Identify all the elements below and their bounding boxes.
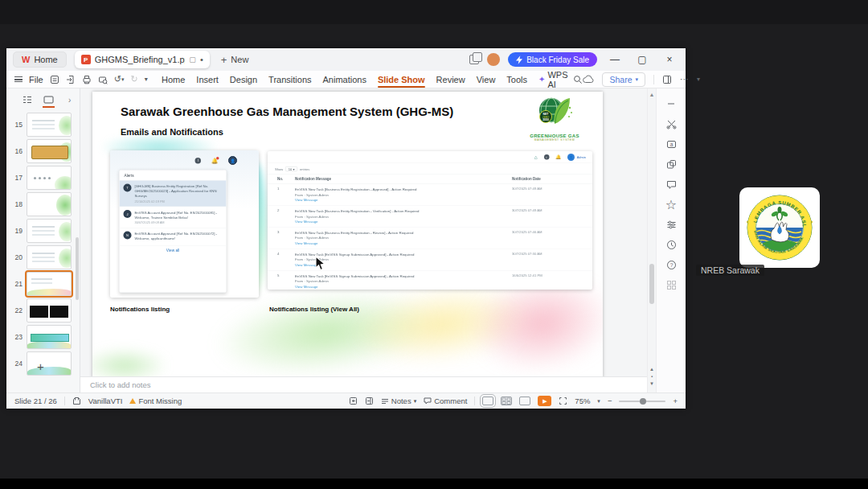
notes-toggle[interactable]: Notes ▾ <box>381 397 416 405</box>
font-missing-warning[interactable]: Font Missing <box>129 397 182 405</box>
export-icon[interactable] <box>66 75 76 84</box>
slide-thumbnail-row[interactable]: 16 <box>6 139 80 163</box>
zoom-value[interactable]: 75% <box>575 397 590 405</box>
collapse-ribbon-icon[interactable]: ▾ <box>697 76 700 83</box>
slide-thumbnail-row[interactable]: 20 <box>6 245 80 269</box>
print-preview-icon[interactable] <box>98 75 108 84</box>
slide-thumbnail[interactable] <box>27 245 72 269</box>
tab-preview-icon[interactable]: ▢ <box>189 55 196 64</box>
slide-thumbnail[interactable] <box>27 166 72 190</box>
add-slide-button[interactable]: + <box>37 360 44 373</box>
panel-scrollbar[interactable] <box>76 237 79 300</box>
minimize-button[interactable]: — <box>605 54 624 65</box>
zoom-caret-icon[interactable]: ▾ <box>597 398 600 405</box>
find-replace-icon[interactable]: a <box>665 138 677 150</box>
zoom-in-button[interactable]: + <box>673 397 678 405</box>
print-icon[interactable] <box>82 75 92 84</box>
search-icon[interactable] <box>573 75 583 84</box>
menu-review[interactable]: Review <box>431 75 471 84</box>
comment-button[interactable]: Comment <box>424 397 467 405</box>
share-button[interactable]: Share ▾ <box>602 72 645 87</box>
menu-view[interactable]: View <box>471 75 502 84</box>
wps-home-tab[interactable]: W Home <box>13 51 67 68</box>
scrollbar-thumb[interactable] <box>649 264 654 304</box>
settings-sliders-icon[interactable] <box>665 219 677 230</box>
notes-input[interactable]: Click to add notes <box>80 376 647 392</box>
slide-view-icon[interactable] <box>43 96 54 104</box>
quick-access-more-icon[interactable]: ▾ <box>145 76 148 83</box>
cloud-sync-icon[interactable] <box>583 75 594 84</box>
slide-sorter-view-button[interactable] <box>501 397 512 405</box>
black-friday-sale-button[interactable]: Black Friday Sale <box>508 52 597 67</box>
new-tab-button[interactable]: + New <box>221 54 249 66</box>
slide-thumbnail-row[interactable]: 22 <box>6 298 80 323</box>
menu-home[interactable]: Home <box>156 75 190 84</box>
save-icon[interactable] <box>50 75 59 84</box>
task-window-icon[interactable] <box>349 397 358 405</box>
reading-view-button[interactable] <box>519 397 530 405</box>
history-clock-icon[interactable] <box>665 239 677 250</box>
apps-grid-icon[interactable] <box>665 279 677 290</box>
slide-thumbnail-row[interactable]: 18 <box>6 192 80 216</box>
slide-thumbnail[interactable] <box>27 219 72 243</box>
menu-design[interactable]: Design <box>224 75 263 84</box>
comment-icon[interactable] <box>665 179 677 190</box>
theme-name[interactable]: VanillaVTI <box>88 397 123 405</box>
slide-counter: Slide 21 / 26 <box>14 397 57 405</box>
message-from: From : System Admin <box>295 192 329 196</box>
fit-slide-icon[interactable] <box>559 397 567 405</box>
close-button[interactable]: × <box>660 54 679 65</box>
normal-view-button[interactable] <box>482 397 493 405</box>
tab-list-icon[interactable] <box>469 55 479 64</box>
wps-ai-menu[interactable]: ✦ WPS AI <box>533 70 573 89</box>
panel-layout-icon[interactable] <box>662 75 672 84</box>
star-favorites-icon[interactable]: ☆ <box>665 199 677 210</box>
hamburger-menu-icon[interactable] <box>14 76 23 82</box>
zoom-slider[interactable] <box>619 401 665 402</box>
slide-subtitle[interactable]: Emails and Notifications <box>121 127 223 137</box>
table-header-row: No. Notification Message Notification Da… <box>268 174 592 184</box>
slide-thumbnail-row[interactable]: 19 <box>6 219 80 243</box>
slide-thumbnail[interactable] <box>27 351 72 376</box>
next-slide-button[interactable]: ▼ <box>648 380 656 388</box>
account-avatar[interactable] <box>487 53 500 66</box>
previous-slide-button[interactable]: ▲ <box>648 366 656 373</box>
slide-thumbnail-row[interactable]: 21 <box>6 272 80 296</box>
document-scrollbar[interactable]: ▲ ▲ ▪ ▼ <box>647 88 656 392</box>
menu-transitions[interactable]: Transitions <box>263 75 317 84</box>
slide-thumbnail-row[interactable]: 17 <box>6 166 80 190</box>
menu-insert[interactable]: Insert <box>190 75 224 84</box>
slide-thumbnail[interactable] <box>27 113 72 137</box>
menu-animations[interactable]: Animations <box>317 75 372 84</box>
menu-tools[interactable]: Tools <box>501 75 533 84</box>
slide-title[interactable]: Sarawak Greenhouse Gas Management System… <box>121 105 453 118</box>
slide-thumbnail[interactable] <box>27 298 72 323</box>
collapse-panel-icon[interactable]: › <box>68 96 71 105</box>
slide-thumbnail[interactable] <box>27 272 72 296</box>
help-icon[interactable]: ? <box>665 259 677 270</box>
zoom-out-button[interactable]: − <box>608 397 612 405</box>
collapse-pane-icon[interactable] <box>665 98 677 109</box>
shapes-icon[interactable] <box>665 158 677 170</box>
document-tab[interactable]: P GHGMS_Briefing_v1.pptx ▢ • <box>75 51 210 68</box>
maximize-button[interactable]: ▢ <box>633 54 652 65</box>
file-menu[interactable]: File <box>29 75 43 84</box>
slide-thumbnail[interactable] <box>27 139 72 163</box>
slide-thumbnail-row[interactable]: 23 <box>6 325 80 349</box>
scroll-up-icon[interactable]: ▲ <box>648 92 656 97</box>
redo-button[interactable]: ↻ <box>130 74 137 84</box>
slideshow-play-button[interactable]: ▶ <box>538 396 551 406</box>
participant-video-tile[interactable]: LEMBAGA SUMBER ASLI DAN ALAM SEKITAR SAR… <box>739 187 820 268</box>
zoom-slider-knob[interactable] <box>640 398 646 405</box>
side-pane-icon[interactable] <box>365 397 374 405</box>
slide-thumbnail[interactable] <box>27 325 72 349</box>
style-cut-icon[interactable] <box>665 118 677 129</box>
outline-view-icon[interactable] <box>23 96 32 104</box>
more-options-icon[interactable]: ⋯ <box>680 74 689 84</box>
undo-button[interactable]: ↺▾ <box>114 74 125 84</box>
slide-thumbnail[interactable] <box>27 192 72 216</box>
menu-slide-show[interactable]: Slide Show <box>372 75 431 84</box>
slide-canvas[interactable]: Sarawak Greenhouse Gas Management System… <box>92 92 603 378</box>
slide-thumbnail-row[interactable]: 15 <box>6 113 80 137</box>
wps-presentation-window: W Home P GHGMS_Briefing_v1.pptx ▢ • + Ne… <box>6 48 686 409</box>
